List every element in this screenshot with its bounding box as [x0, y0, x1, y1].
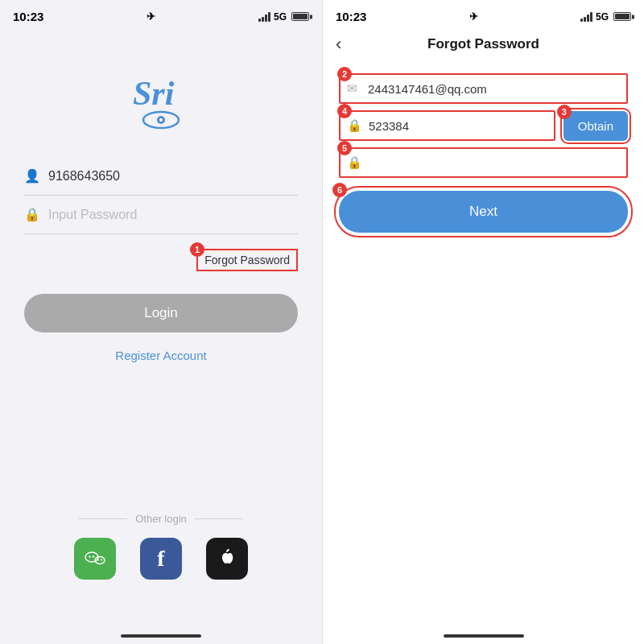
svg-text:Sri: Sri	[133, 75, 175, 112]
new-password-input[interactable]	[369, 156, 620, 170]
right-network-label: 5G	[596, 11, 609, 23]
apple-icon	[215, 547, 239, 571]
svg-point-7	[93, 555, 94, 557]
new-password-input-row: 🔒	[339, 147, 628, 178]
code-badge: 4	[337, 104, 352, 118]
email-input[interactable]	[368, 82, 620, 96]
social-row: f	[74, 538, 248, 580]
facebook-button[interactable]: f	[140, 538, 182, 580]
signal-icon	[258, 12, 270, 22]
obtain-badge: 3	[557, 105, 572, 119]
right-signal-icon	[580, 12, 592, 22]
email-input-row: ✉	[339, 73, 628, 104]
right-time: 10:23	[336, 10, 366, 23]
login-button[interactable]: Login	[24, 294, 298, 332]
other-login-text: Other login	[135, 513, 187, 525]
code-field-group: 4 🔒	[339, 110, 555, 141]
phone-row: 👤 9168643650	[24, 157, 298, 196]
phone-value: 9168643650	[48, 169, 120, 184]
svg-point-3	[159, 118, 163, 122]
right-status-icons: 5G	[580, 11, 631, 23]
obtain-button[interactable]: Obtain	[564, 111, 628, 141]
right-location-icon: ✈	[469, 10, 478, 23]
left-location-icon: ✈	[147, 10, 155, 23]
lock-icon-code: 🔒	[347, 118, 362, 133]
envelope-icon: ✉	[347, 81, 361, 96]
svg-point-4	[85, 552, 98, 562]
code-obtain-row: 4 🔒 3 Obtain	[339, 110, 628, 141]
lock-icon-new-pw: 🔒	[347, 155, 362, 170]
email-field-group: 2 ✉	[339, 73, 628, 104]
other-login-label: Other login	[79, 513, 243, 525]
network-label: 5G	[274, 11, 287, 23]
right-header: ‹ Forgot Password	[323, 28, 644, 65]
left-panel: 10:23 ✈ 5G Sri 👤 9168643650	[0, 0, 322, 644]
left-status-icons: 5G	[258, 11, 309, 23]
forgot-label: Forgot Password	[204, 254, 290, 266]
svg-point-9	[101, 559, 102, 561]
right-home-indicator	[444, 634, 524, 638]
left-status-bar: 10:23 ✈ 5G	[0, 0, 322, 28]
register-link[interactable]: Register Account	[0, 349, 322, 362]
code-input[interactable]	[369, 119, 547, 133]
next-badge: 6	[332, 183, 347, 197]
apple-button[interactable]	[206, 538, 248, 580]
right-status-bar: 10:23 ✈ 5G	[323, 0, 644, 28]
password-input[interactable]	[48, 208, 298, 222]
left-home-indicator	[121, 634, 201, 638]
new-password-field-group: 5 🔒	[339, 147, 628, 178]
other-login-section: Other login f	[0, 513, 322, 580]
code-input-row: 🔒	[339, 110, 555, 141]
obtain-btn-wrapper: 3 Obtain	[564, 111, 628, 141]
logo-svg: Sri	[125, 68, 197, 133]
forgot-password-button[interactable]: 1 Forgot Password	[196, 249, 298, 271]
new-password-badge: 5	[337, 141, 352, 155]
lock-icon-left: 🔒	[24, 207, 40, 222]
left-form: 👤 9168643650 🔒	[0, 157, 322, 234]
facebook-icon: f	[157, 546, 164, 572]
right-panel: 10:23 ✈ 5G ‹ Forgot Password 2 ✉	[322, 0, 644, 644]
back-button[interactable]: ‹	[336, 34, 341, 55]
right-form: 2 ✉ 4 🔒 3 Obtain 5	[323, 65, 644, 644]
left-time: 10:23	[13, 10, 43, 23]
logo-area: Sri	[0, 28, 322, 157]
battery-icon	[291, 12, 309, 21]
wechat-button[interactable]	[74, 538, 116, 580]
person-icon: 👤	[24, 168, 40, 184]
right-battery-icon	[613, 12, 631, 21]
email-badge: 2	[337, 67, 352, 81]
forgot-badge: 1	[190, 242, 204, 257]
forgot-row: 1 Forgot Password	[0, 234, 322, 271]
next-btn-wrapper: 6 Next	[339, 191, 628, 233]
password-row: 🔒	[24, 196, 298, 234]
page-title: Forgot Password	[427, 36, 539, 52]
next-button[interactable]: Next	[339, 191, 628, 233]
svg-point-8	[97, 559, 99, 561]
svg-point-6	[89, 555, 90, 557]
wechat-icon	[83, 547, 107, 571]
